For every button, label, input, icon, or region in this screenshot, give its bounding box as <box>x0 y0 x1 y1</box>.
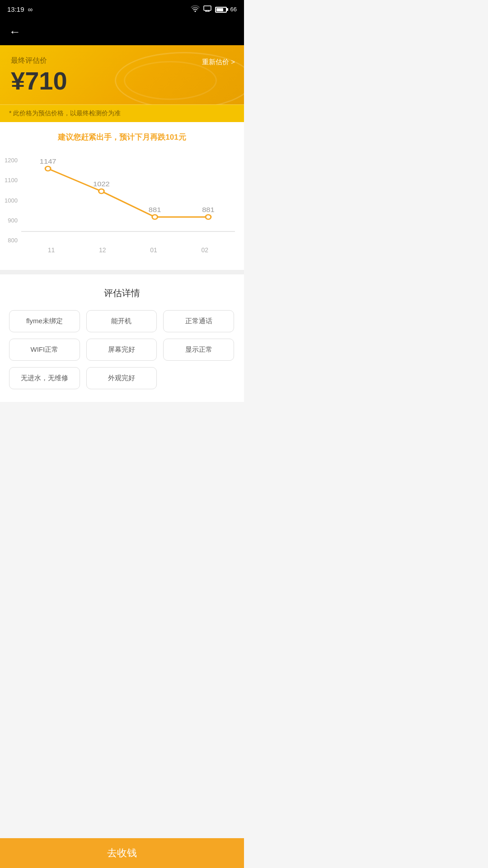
screen-icon <box>203 5 211 13</box>
eval-tag-powerOn: 能开机 <box>86 310 157 332</box>
price-label: 最终评估价 <box>11 56 233 66</box>
svg-point-8 <box>206 215 211 219</box>
section-divider <box>0 270 244 274</box>
suggestion-bar: 建议您赶紧出手，预计下月再跌101元 <box>0 122 244 152</box>
eval-tag-call: 正常通话 <box>163 310 234 332</box>
eval-tag-nowater: 无进水，无维修 <box>9 367 80 389</box>
svg-rect-0 <box>204 6 211 10</box>
top-nav: ← <box>0 18 244 45</box>
svg-point-6 <box>99 189 104 193</box>
reprice-button[interactable]: 重新估价 > <box>202 58 235 66</box>
battery-icon <box>215 5 227 12</box>
svg-text:881: 881 <box>149 206 161 213</box>
eval-tag-flyme: flyme未绑定 <box>9 310 80 332</box>
status-right: 66 <box>191 5 237 14</box>
line-chart: 1147 1022 881 881 11 12 01 02 <box>21 157 235 256</box>
back-button[interactable]: ← <box>9 25 21 39</box>
wifi-icon <box>191 5 200 14</box>
eval-tag-display: 显示正常 <box>163 339 234 361</box>
eval-section: 评估详情 flyme未绑定 能开机 正常通话 WIFI正常 屏幕完好 显示正常 … <box>0 274 244 402</box>
eval-tag-wifi: WIFI正常 <box>9 339 80 361</box>
x-axis: 11 12 01 02 <box>26 246 230 254</box>
bottom-spacer <box>0 402 244 434</box>
y-axis: 1200 1100 1000 900 800 <box>5 157 21 256</box>
price-banner: 最终评估价 ¥710 重新估价 > <box>0 45 244 104</box>
svg-point-5 <box>45 166 51 171</box>
svg-text:881: 881 <box>202 206 215 213</box>
svg-point-7 <box>152 215 158 219</box>
chart-section: 1200 1100 1000 900 800 <box>0 152 244 270</box>
svg-text:1022: 1022 <box>93 180 110 188</box>
status-bar: 13:19 ∞ 66 <box>0 0 244 18</box>
price-value: ¥710 <box>11 68 233 94</box>
chart-container: 1200 1100 1000 900 800 <box>5 157 235 256</box>
infinity-icon: ∞ <box>28 5 33 13</box>
chart-svg: 1147 1022 881 881 <box>21 157 235 243</box>
eval-tag-screen: 屏幕完好 <box>86 339 157 361</box>
notice-bar: * 此价格为预估价格，以最终检测价为准 <box>0 104 244 122</box>
status-left: 13:19 ∞ <box>7 5 33 13</box>
eval-title: 评估详情 <box>9 287 235 299</box>
svg-text:1147: 1147 <box>40 158 56 165</box>
suggestion-suffix: 元 <box>178 133 186 142</box>
eval-tag-appearance: 外观完好 <box>86 367 157 389</box>
suggestion-amount: 101 <box>165 133 178 142</box>
notice-text: * 此价格为预估价格，以最终检测价为准 <box>9 109 121 117</box>
eval-tags: flyme未绑定 能开机 正常通话 WIFI正常 屏幕完好 显示正常 无进水，无… <box>9 310 235 389</box>
suggestion-prefix: 建议您赶紧出手，预计下月再跌 <box>58 133 165 142</box>
battery-level: 66 <box>230 6 237 13</box>
time-display: 13:19 <box>7 5 24 13</box>
